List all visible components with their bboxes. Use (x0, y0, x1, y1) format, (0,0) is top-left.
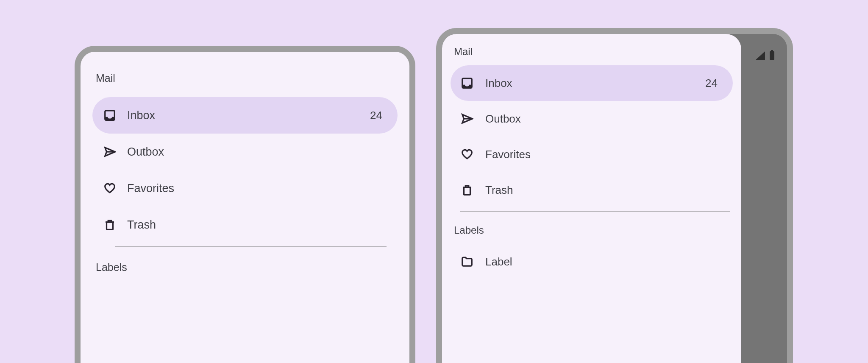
nav-item-badge: 24 (705, 77, 718, 90)
nav-item-outbox[interactable]: Outbox (92, 134, 398, 170)
nav-item-label: Inbox (485, 77, 705, 90)
svg-rect-2 (770, 51, 774, 60)
battery-icon (769, 50, 775, 62)
inbox-icon (461, 77, 473, 89)
nav-item-label-1[interactable]: Label (451, 244, 733, 279)
nav-item-label: Label (485, 255, 718, 268)
nav-item-trash[interactable]: Trash (92, 207, 398, 243)
trash-icon (461, 184, 473, 196)
nav-item-badge: 24 (370, 109, 382, 122)
trash-icon (103, 218, 116, 231)
nav-item-favorites[interactable]: Favorites (92, 170, 398, 207)
section-header-mail: Mail (92, 72, 398, 84)
status-bar (755, 51, 775, 62)
nav-item-outbox[interactable]: Outbox (451, 101, 733, 137)
nav-item-label: Favorites (127, 182, 382, 195)
nav-divider (460, 211, 730, 212)
svg-rect-3 (771, 50, 773, 51)
heart-icon (461, 148, 473, 161)
section-header-labels: Labels (451, 224, 733, 236)
heart-icon (103, 182, 116, 195)
nav-item-label: Trash (127, 218, 382, 232)
folder-icon (461, 255, 473, 268)
inbox-icon (103, 109, 116, 122)
section-header-labels: Labels (92, 261, 398, 274)
device-frame-left: Mail Inbox 24 Outbox Favorites Trash (75, 46, 415, 363)
send-icon (103, 145, 116, 158)
nav-item-label: Inbox (127, 109, 370, 122)
nav-drawer-left: Mail Inbox 24 Outbox Favorites Trash (81, 52, 409, 274)
nav-item-inbox[interactable]: Inbox 24 (92, 97, 398, 134)
send-icon (461, 112, 473, 125)
nav-item-trash[interactable]: Trash (451, 172, 733, 208)
nav-item-label: Outbox (485, 112, 718, 126)
section-header-mail: Mail (451, 46, 733, 58)
nav-item-label: Favorites (485, 148, 718, 161)
nav-item-favorites[interactable]: Favorites (451, 137, 733, 172)
nav-divider (115, 246, 387, 247)
nav-drawer-right: Mail Inbox 24 Outbox Favorites (442, 34, 741, 363)
device-frame-right: Mail Inbox 24 Outbox Favorites (436, 28, 793, 363)
signal-icon (755, 51, 765, 62)
nav-item-inbox[interactable]: Inbox 24 (451, 65, 733, 101)
nav-item-label: Outbox (127, 145, 382, 159)
nav-item-label: Trash (485, 184, 718, 197)
